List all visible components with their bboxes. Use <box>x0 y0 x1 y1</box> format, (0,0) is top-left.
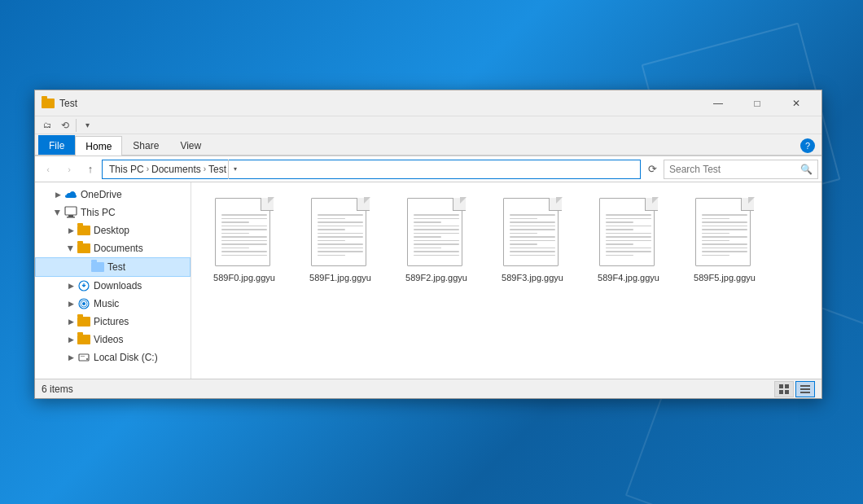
grid-view-button[interactable] <box>774 381 794 397</box>
view-buttons <box>774 381 815 397</box>
list-view-button[interactable] <box>795 381 815 397</box>
svg-rect-2 <box>67 217 75 218</box>
sidebar-item-label-videos: Videos <box>94 334 123 345</box>
address-bar: ‹ › ↑ This PC › Documents › Test ▾ ⟳ 🔍 <box>35 156 821 182</box>
file-icon-3 <box>503 198 562 270</box>
sidebar-item-label-documents: Documents <box>94 243 143 254</box>
expand-arrow-pictures: ▶ <box>64 315 77 328</box>
status-bar: 6 items <box>35 379 821 398</box>
svg-rect-12 <box>779 390 783 394</box>
svg-rect-13 <box>785 390 789 394</box>
file-icon-0 <box>215 198 274 270</box>
qa-separator <box>76 119 77 132</box>
svg-rect-1 <box>68 215 73 217</box>
expand-arrow-local-disk: ▶ <box>64 351 77 364</box>
forward-button[interactable]: › <box>59 160 79 179</box>
file-icon-1 <box>311 198 370 270</box>
sidebar-item-label-this-pc: This PC <box>81 207 116 218</box>
svg-rect-0 <box>65 207 77 215</box>
window-controls: — □ ✕ <box>699 90 815 116</box>
expand-arrow-test <box>78 261 91 274</box>
path-segment-test[interactable]: Test <box>207 164 228 175</box>
sidebar-item-onedrive[interactable]: ▶ OneDrive <box>35 186 191 204</box>
qa-dropdown-button[interactable]: ▾ <box>78 117 96 134</box>
minimize-button[interactable]: — <box>699 90 737 116</box>
file-name-4: 589F4.jpg.ggyu <box>598 273 659 283</box>
file-item-5[interactable]: 589F5.jpg.ggyu <box>680 191 769 290</box>
sidebar-item-label-onedrive: OneDrive <box>81 189 122 200</box>
file-item-4[interactable]: 589F4.jpg.ggyu <box>584 191 673 290</box>
svg-rect-11 <box>785 384 789 388</box>
sidebar-item-documents[interactable]: ▶ Documents <box>35 239 191 257</box>
tab-share[interactable]: Share <box>122 135 169 155</box>
address-dropdown-button[interactable]: ▾ <box>228 160 241 179</box>
sidebar-item-videos[interactable]: ▶ Videos <box>35 331 191 348</box>
sidebar-item-music[interactable]: ▶ Music <box>35 295 191 313</box>
window-title: Test <box>59 98 699 109</box>
expand-arrow-videos: ▶ <box>64 333 77 346</box>
local-disk-icon <box>77 351 90 364</box>
quick-access-toolbar: 🗂 ⟲ ▾ <box>35 116 821 134</box>
svg-rect-10 <box>779 384 783 388</box>
sidebar-item-label-test: Test <box>107 261 125 273</box>
window-icon <box>42 97 55 110</box>
file-name-0: 589F0.jpg.ggyu <box>213 273 275 283</box>
back-button[interactable]: ‹ <box>38 160 58 179</box>
search-input[interactable] <box>669 164 800 175</box>
refresh-button[interactable]: ⟳ <box>642 160 662 179</box>
desktop-folder-icon <box>77 224 90 237</box>
documents-folder-icon <box>77 242 90 255</box>
help-button[interactable]: ? <box>800 138 815 153</box>
svg-point-5 <box>82 302 85 305</box>
sidebar-item-label-local-disk: Local Disk (C:) <box>94 352 158 363</box>
search-box: 🔍 <box>664 160 818 179</box>
pictures-icon <box>77 315 90 328</box>
sidebar-item-test[interactable]: Test <box>35 257 191 277</box>
file-item-1[interactable]: 589F1.jpg.ggyu <box>296 191 385 290</box>
file-item-2[interactable]: 589F2.jpg.ggyu <box>392 191 481 290</box>
sidebar-item-label-desktop: Desktop <box>94 225 129 236</box>
file-icon-5 <box>695 198 754 270</box>
file-area: 589F0.jpg.ggyu <box>191 182 821 379</box>
maximize-button[interactable]: □ <box>738 90 776 116</box>
sidebar-item-this-pc[interactable]: ▶ This PC <box>35 204 191 221</box>
svg-rect-15 <box>800 388 810 390</box>
file-name-5: 589F5.jpg.ggyu <box>694 273 756 283</box>
path-arrow-1: › <box>147 164 149 173</box>
search-icon-button[interactable]: 🔍 <box>800 164 813 175</box>
title-bar: Test — □ ✕ <box>35 90 821 116</box>
music-icon <box>77 297 90 310</box>
sidebar-item-desktop[interactable]: ▶ Desktop <box>35 221 191 239</box>
videos-icon <box>77 333 90 346</box>
path-segment-documents[interactable]: Documents <box>150 164 203 175</box>
path-segment-this-pc[interactable]: This PC <box>107 164 146 175</box>
sidebar-item-downloads[interactable]: ▶ Downloads <box>35 277 191 295</box>
tab-home[interactable]: Home <box>75 136 122 156</box>
sidebar-item-label-downloads: Downloads <box>94 280 142 291</box>
up-button[interactable]: ↑ <box>81 160 100 179</box>
file-name-1: 589F1.jpg.ggyu <box>309 273 371 283</box>
tab-view[interactable]: View <box>169 135 212 155</box>
svg-rect-16 <box>800 392 810 393</box>
file-explorer-window: Test — □ ✕ 🗂 ⟲ ▾ File Home Share View ? … <box>34 90 822 399</box>
expand-arrow-onedrive: ▶ <box>51 188 64 201</box>
tab-file[interactable]: File <box>38 135 75 155</box>
pc-icon <box>64 206 77 219</box>
file-icon-4 <box>599 198 658 270</box>
file-name-2: 589F2.jpg.ggyu <box>405 273 467 283</box>
sidebar-item-pictures[interactable]: ▶ Pictures <box>35 313 191 331</box>
expand-arrow-documents: ▶ <box>64 242 77 255</box>
test-folder-icon <box>91 261 104 274</box>
file-item-0[interactable]: 589F0.jpg.ggyu <box>199 191 289 290</box>
expand-arrow-music: ▶ <box>64 297 77 310</box>
qa-undo-button[interactable]: ⟲ <box>56 117 74 134</box>
ribbon: File Home Share View ? <box>35 134 821 156</box>
file-item-3[interactable]: 589F3.jpg.ggyu <box>488 191 577 290</box>
qa-properties-button[interactable]: 🗂 <box>38 117 56 134</box>
close-button[interactable]: ✕ <box>778 90 815 116</box>
svg-rect-9 <box>81 356 85 357</box>
sidebar-item-local-disk[interactable]: ▶ Local Disk (C:) <box>35 348 191 366</box>
downloads-icon <box>77 279 90 292</box>
expand-arrow-downloads: ▶ <box>64 279 77 292</box>
address-path-bar[interactable]: This PC › Documents › Test ▾ <box>102 160 641 179</box>
